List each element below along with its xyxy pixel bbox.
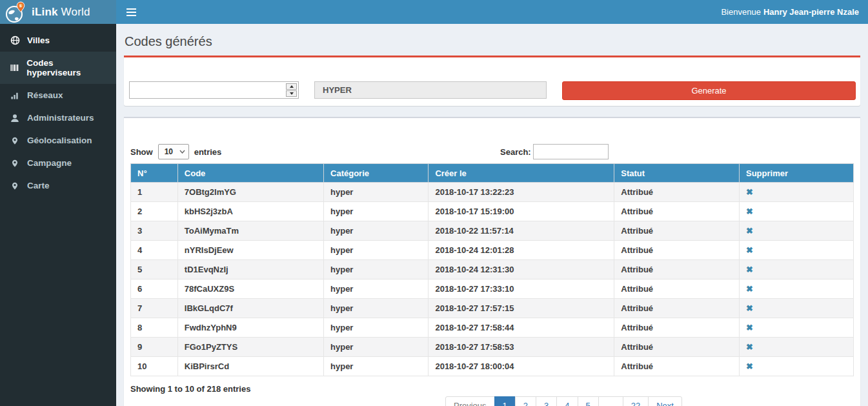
delete-icon[interactable]: ✖ xyxy=(746,245,753,255)
sidebar-item-label: Villes xyxy=(27,36,50,45)
delete-cell: ✖ xyxy=(740,318,854,338)
page-button-1[interactable]: 1 xyxy=(494,396,516,406)
page-button-22[interactable]: 22 xyxy=(623,396,649,406)
sidebar: $ iLink World VillesCodes hyperviseursRé… xyxy=(0,0,116,406)
page-button-4[interactable]: 4 xyxy=(556,396,578,406)
brand-title-bold: iLink xyxy=(32,6,58,18)
column-header: Code xyxy=(177,164,323,183)
map-marker-icon xyxy=(10,136,20,145)
status-cell: Attribué xyxy=(614,318,740,338)
delete-icon[interactable]: ✖ xyxy=(746,303,753,313)
sidebar-item-label: Carte xyxy=(27,181,50,190)
code-cell: FwdhzYphN9 xyxy=(177,318,323,338)
user-menu[interactable]: BienvenueHanry Jean-pierre Nzale xyxy=(721,7,868,17)
codes-table: N°CodeCatégorieCréer leStatutSupprimer 1… xyxy=(130,163,854,376)
delete-icon[interactable]: ✖ xyxy=(746,361,753,371)
table-header-row: N°CodeCatégorieCréer leStatutSupprimer xyxy=(131,164,854,183)
delete-cell: ✖ xyxy=(740,221,854,241)
row-number-cell: 8 xyxy=(131,318,178,338)
delete-cell: ✖ xyxy=(740,202,854,221)
status-cell: Attribué xyxy=(614,260,740,279)
search-input[interactable] xyxy=(533,144,609,159)
page-button-next[interactable]: Next xyxy=(648,396,682,406)
sidebar-item-campagne[interactable]: Campagne xyxy=(0,152,116,174)
created-date-cell: 2018-10-27 17:57:15 xyxy=(429,299,614,318)
map-marker-icon xyxy=(10,159,20,168)
sidebar-toggle-button[interactable] xyxy=(116,0,146,24)
brand-title-light: World xyxy=(61,6,90,18)
search-label: Search: xyxy=(500,147,531,157)
status-cell: Attribué xyxy=(614,241,740,260)
status-cell: Attribué xyxy=(614,279,740,299)
table-row: 9FGo1PyZTYShyper2018-10-27 17:58:53Attri… xyxy=(131,338,854,357)
sidebar-item-villes[interactable]: Villes xyxy=(0,29,116,52)
row-number-cell: 4 xyxy=(131,241,178,260)
created-date-cell: 2018-10-27 17:58:53 xyxy=(429,338,614,357)
quantity-input[interactable] xyxy=(130,82,298,98)
category-cell: hyper xyxy=(324,318,429,338)
sidebar-item-administrateurs[interactable]: Administrateurs xyxy=(0,107,116,129)
arrow-down-icon xyxy=(290,92,294,95)
delete-cell: ✖ xyxy=(740,241,854,260)
category-cell: hyper xyxy=(324,202,429,221)
table-row: 678fCaUXZ9Shyper2018-10-27 17:33:10Attri… xyxy=(131,279,854,299)
page-size-value: 10 xyxy=(165,147,173,156)
spinner-up-button[interactable] xyxy=(286,83,297,90)
created-date-cell: 2018-10-27 17:33:10 xyxy=(429,279,614,299)
category-cell: hyper xyxy=(324,279,429,299)
page-size-select[interactable]: 10 xyxy=(158,144,189,159)
sidebar-item-codes-hyperviseurs[interactable]: Codes hyperviseurs xyxy=(0,52,116,84)
globe-pin-logo-icon: $ xyxy=(4,1,27,24)
row-number-cell: 7 xyxy=(131,299,178,318)
show-label: Show xyxy=(130,147,153,157)
brand-logo[interactable]: $ iLink World xyxy=(0,0,116,24)
sidebar-item-label: Géolocalisation xyxy=(27,136,92,145)
status-cell: Attribué xyxy=(614,202,740,221)
sidebar-item-g-olocalisation[interactable]: Géolocalisation xyxy=(0,129,116,152)
created-date-cell: 2018-10-17 15:19:00 xyxy=(429,202,614,221)
status-cell: Attribué xyxy=(614,357,740,376)
app-window: $ iLink World VillesCodes hyperviseursRé… xyxy=(0,0,868,406)
status-cell: Attribué xyxy=(614,299,740,318)
column-header: N° xyxy=(131,164,178,183)
generate-button[interactable]: Generate xyxy=(562,81,856,100)
column-header: Catégorie xyxy=(324,164,429,183)
top-navbar: BienvenueHanry Jean-pierre Nzale xyxy=(116,0,868,24)
page-button--: … xyxy=(598,396,623,406)
page-button-3[interactable]: 3 xyxy=(536,396,557,406)
delete-icon[interactable]: ✖ xyxy=(746,284,753,294)
delete-icon[interactable]: ✖ xyxy=(746,323,753,332)
spinner-down-button[interactable] xyxy=(286,90,297,97)
code-cell: 78fCaUXZ9S xyxy=(177,279,323,299)
code-cell: IBkGLqdC7f xyxy=(177,299,323,318)
created-date-cell: 2018-10-27 18:00:04 xyxy=(429,357,614,376)
code-generation-panel: Generate xyxy=(124,56,860,106)
delete-icon[interactable]: ✖ xyxy=(746,187,753,197)
page-button-5[interactable]: 5 xyxy=(578,396,599,406)
user-icon xyxy=(10,114,20,123)
entries-info: Showing 1 to 10 of 218 entries xyxy=(130,384,854,394)
delete-icon[interactable]: ✖ xyxy=(746,207,753,216)
delete-icon[interactable]: ✖ xyxy=(746,342,753,352)
table-row: 2kbHS2j3zbAhyper2018-10-17 15:19:00Attri… xyxy=(131,202,854,221)
table-row: 7IBkGLqdC7fhyper2018-10-27 17:57:15Attri… xyxy=(131,299,854,318)
delete-cell: ✖ xyxy=(740,279,854,299)
sidebar-item-carte[interactable]: Carte xyxy=(0,174,116,197)
code-cell: ToAiMymaTm xyxy=(177,221,323,241)
delete-cell: ✖ xyxy=(740,357,854,376)
page-button-previous: Previous xyxy=(445,396,495,406)
delete-icon[interactable]: ✖ xyxy=(746,226,753,236)
created-date-cell: 2018-10-24 12:01:28 xyxy=(429,241,614,260)
page-title: Codes générés xyxy=(125,34,860,49)
quantity-stepper[interactable] xyxy=(129,81,299,99)
sidebar-item-label: Campagne xyxy=(27,158,72,168)
category-cell: hyper xyxy=(324,260,429,279)
created-date-cell: 2018-10-17 13:22:23 xyxy=(429,183,614,202)
page-button-2[interactable]: 2 xyxy=(515,396,536,406)
created-date-cell: 2018-10-27 17:58:44 xyxy=(429,318,614,338)
user-name: Hanry Jean-pierre Nzale xyxy=(763,7,859,17)
sidebar-item-r-seaux[interactable]: Réseaux xyxy=(0,84,116,107)
code-cell: KiBPirsrCd xyxy=(177,357,323,376)
delete-icon[interactable]: ✖ xyxy=(746,265,753,274)
welcome-label: Bienvenue xyxy=(721,7,760,17)
